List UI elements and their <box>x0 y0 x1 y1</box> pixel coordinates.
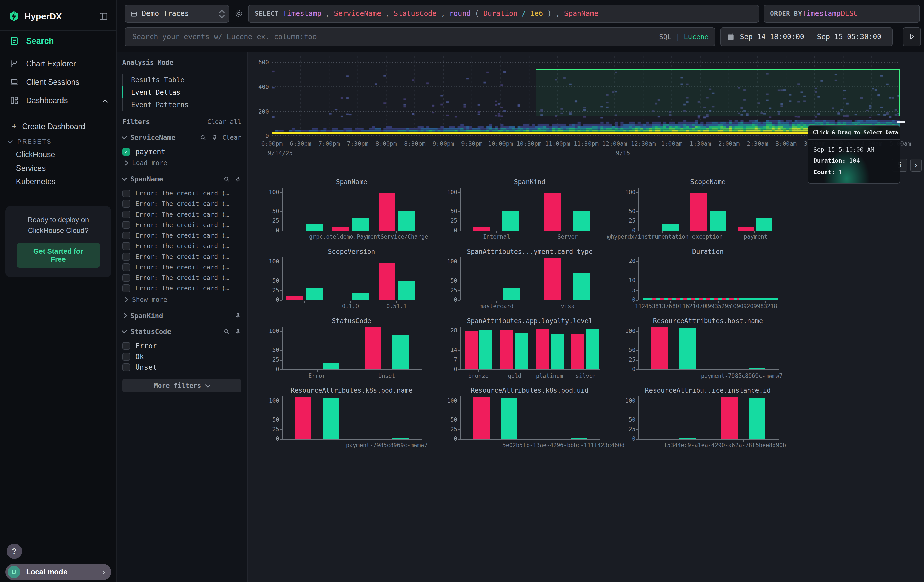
checkbox-unchecked[interactable] <box>122 342 130 350</box>
sql-select-input[interactable]: SELECT Timestamp, ServiceName, StatusCod… <box>248 5 759 23</box>
checkbox-unchecked[interactable] <box>122 363 130 371</box>
filter-checkbox-row[interactable]: Ok <box>122 351 241 362</box>
filter-checkbox-row[interactable]: Error: The credit card (… <box>122 230 241 241</box>
lang-lucene-toggle[interactable]: Lucene <box>684 33 708 41</box>
checkbox-unchecked[interactable] <box>122 253 130 260</box>
more-filters-button[interactable]: More filters <box>122 379 241 392</box>
clear-filter-button[interactable]: Clear <box>223 134 241 141</box>
checkbox-unchecked[interactable] <box>122 284 130 292</box>
sidebar-item-dashboards[interactable]: Dashboards <box>0 91 116 110</box>
checkbox-unchecked[interactable] <box>122 190 130 197</box>
filter-checkbox-row[interactable]: Error: The credit card (… <box>122 241 241 252</box>
chart-x-label: platinum <box>536 373 563 379</box>
chart-y-tickmark <box>280 211 282 212</box>
filter-checkbox-row[interactable]: Error: The credit card (… <box>122 199 241 209</box>
heatmap-y-tick: 600 <box>248 59 269 66</box>
presets-toggle[interactable]: PRESETS <box>0 135 116 148</box>
checkbox-unchecked[interactable] <box>122 274 130 282</box>
filter-section-header[interactable]: ServiceNameClear <box>122 133 241 142</box>
checkbox-unchecked[interactable] <box>122 353 130 361</box>
show-more-button[interactable]: Show more <box>124 295 241 304</box>
filter-checkbox-row[interactable]: Error: The credit card (… <box>122 188 241 199</box>
delta-bar-outlier <box>544 193 561 230</box>
checkbox-unchecked[interactable] <box>122 211 130 218</box>
date-range-picker[interactable]: Sep 14 18:00:00 - Sep 15 05:30:00 <box>720 27 893 46</box>
heatmap-drag-handle[interactable] <box>898 121 904 123</box>
get-started-button[interactable]: Get Started for Free <box>17 243 100 268</box>
search-icon[interactable] <box>200 134 206 141</box>
chart-x-label: payment-7985c8969c-mwmw7 <box>346 442 427 448</box>
promo-line2: ClickHouse Cloud? <box>12 225 105 236</box>
filter-checkbox-row[interactable]: Unset <box>122 362 241 373</box>
sql-token: Duration <box>483 9 518 18</box>
sidebar-item-chart-explorer[interactable]: Chart Explorer <box>0 54 116 73</box>
run-query-button[interactable] <box>903 27 921 46</box>
sql-token: ORDER BY <box>770 10 802 17</box>
filter-checkbox-row[interactable]: Error <box>122 341 241 351</box>
delta-bar-inlier <box>573 211 590 230</box>
source-select[interactable]: Demo Traces <box>125 5 229 23</box>
help-button[interactable]: ? <box>7 544 22 559</box>
chevron-right-icon <box>123 297 128 302</box>
checkbox-unchecked[interactable] <box>122 232 130 240</box>
create-dashboard-button[interactable]: + Create Dashboard <box>0 117 116 135</box>
sidebar-item-clickhouse[interactable]: ClickHouse <box>0 148 116 162</box>
filter-checkbox-row[interactable]: Error: The credit card (… <box>122 262 241 272</box>
checkbox-unchecked[interactable] <box>122 200 130 208</box>
filter-checkbox-row[interactable]: ✓payment <box>122 147 241 157</box>
delta-bar-inlier <box>662 224 679 231</box>
pin-icon[interactable] <box>234 176 241 183</box>
pin-icon[interactable] <box>234 312 241 319</box>
filter-checkbox-row[interactable]: Error: The credit card (… <box>122 209 241 220</box>
chart-y-tick: 0 <box>438 366 457 373</box>
chart-y-tick: 100 <box>616 397 635 404</box>
filter-checkbox-row[interactable]: Error: The credit card (… <box>122 272 241 283</box>
checkbox-unchecked[interactable] <box>122 264 130 271</box>
pin-icon[interactable] <box>211 134 218 141</box>
heatmap-selection-box[interactable] <box>536 69 900 116</box>
sidebar-item-search[interactable]: Search <box>0 31 116 51</box>
checkbox-checked[interactable]: ✓ <box>122 148 130 156</box>
filter-checkbox-row[interactable]: Error: The credit card (… <box>122 220 241 230</box>
analysis-mode-event-patterns[interactable]: Event Patterns <box>124 99 241 111</box>
filter-section-statuscode: StatusCodeErrorOkUnset <box>122 327 241 373</box>
search-icon[interactable] <box>223 328 230 335</box>
filter-value-label: Error: The credit card (… <box>135 200 229 208</box>
chart-y-tick: 20 <box>616 257 635 264</box>
sidebar: HyperDX Search Chart Explorer <box>0 0 117 582</box>
sidebar-item-client-sessions[interactable]: Client Sessions <box>0 73 116 91</box>
pin-icon[interactable] <box>234 328 241 335</box>
filter-section-header[interactable]: StatusCode <box>122 327 241 336</box>
checkbox-unchecked[interactable] <box>122 242 130 250</box>
clear-all-button[interactable]: Clear all <box>208 118 241 125</box>
sidebar-item-kubernetes[interactable]: Kubernetes <box>0 175 116 188</box>
chart-x-label: bronze <box>468 373 489 379</box>
source-settings-gear-icon[interactable] <box>234 9 244 18</box>
chart-x-tickmark <box>718 301 719 303</box>
analysis-mode-results-table[interactable]: Results Table <box>124 74 241 86</box>
chart-x-label: 5e02b5fb-13ae-4296-bbbc-111f423c460d <box>502 442 625 448</box>
search-input[interactable] <box>131 32 659 42</box>
sidebar-item-services[interactable]: Services <box>0 161 116 175</box>
search-icon[interactable] <box>223 176 230 183</box>
checkbox-unchecked[interactable] <box>122 221 130 229</box>
load-more-button[interactable]: Load more <box>124 158 241 168</box>
local-mode-button[interactable]: U Local mode › <box>5 564 111 580</box>
sidebar-collapse-icon[interactable] <box>99 12 108 21</box>
filter-checkbox-row[interactable]: Error: The credit card (… <box>122 251 241 262</box>
chart-title: ResourceAttribu..ice.instance.id <box>628 387 788 394</box>
chart-x-tickmark <box>568 231 568 233</box>
order-by-input[interactable]: ORDER BY Timestamp DESC <box>764 5 920 23</box>
filter-checkbox-row[interactable]: Error: The credit card (… <box>122 283 241 294</box>
chart-y-tickmark <box>458 439 460 440</box>
delta-chart-resourceattributes-k8s-pod-uid: ResourceAttributes.k8s.pod.uid025501005e… <box>438 387 610 453</box>
chart-y-tick: 50 <box>260 277 279 284</box>
pagination-next-button[interactable]: › <box>910 159 922 172</box>
analysis-mode-event-deltas[interactable]: Event Deltas <box>124 86 241 99</box>
chart-y-tickmark <box>636 221 639 221</box>
lang-sql-toggle[interactable]: SQL <box>659 33 672 41</box>
filter-section-header[interactable]: SpanName <box>122 174 241 184</box>
tooltip-duration: Duration: 104 <box>813 155 894 167</box>
filter-section-header[interactable]: SpanKind <box>122 311 241 321</box>
delta-chart-resourceattribu-ice-instance-id: ResourceAttribu..ice.instance.id02550100… <box>616 387 788 453</box>
